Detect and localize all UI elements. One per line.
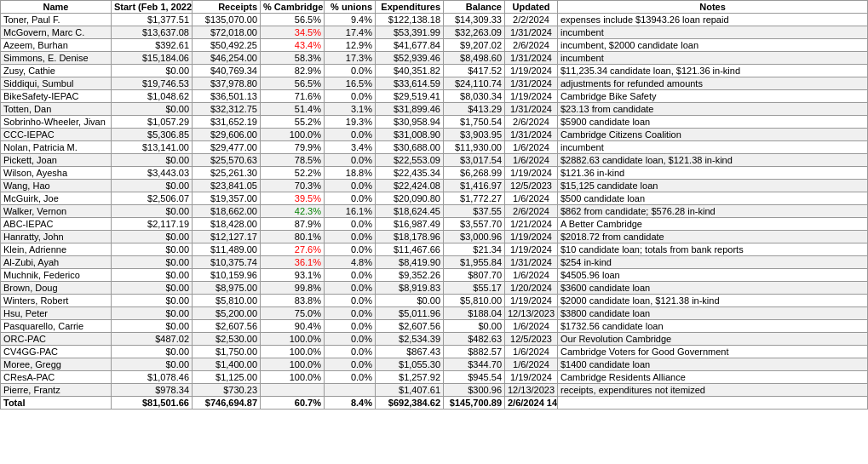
cell: 0.0% xyxy=(325,231,376,243)
cell: $1,772.27 xyxy=(444,192,505,205)
cell: $862 from candidate; $576.28 in-kind xyxy=(558,205,868,218)
header-balance: Balance xyxy=(444,1,505,14)
cell: 1/19/2024 xyxy=(505,243,558,256)
table-row: Brown, Doug$0.00$8,975.0099.8%0.0%$8,919… xyxy=(1,282,868,295)
cell: Walker, Vernon xyxy=(1,205,112,218)
cell: $16,987.49 xyxy=(376,218,444,231)
cell: $2000 candidate loan, $121.38 in-kind xyxy=(558,295,868,307)
cell: Nolan, Patricia M. xyxy=(1,141,112,154)
total-expenditures: $692,384.62 xyxy=(376,397,444,410)
cell: 0.0% xyxy=(325,346,376,358)
cell: 0.0% xyxy=(325,218,376,231)
cell: Azeem, Burhan xyxy=(1,39,112,52)
table-row: CResA-PAC$1,078.46$1,125.00100.0%0.0%$1,… xyxy=(1,371,868,384)
cell: 43.4% xyxy=(261,39,325,52)
cell: 80.1% xyxy=(261,231,325,243)
cell: $1,257.92 xyxy=(376,371,444,384)
cell: Toner, Paul F. xyxy=(1,14,112,26)
cell: 1/19/2024 xyxy=(505,295,558,307)
cell: $40,769.34 xyxy=(193,65,261,77)
cell: 78.5% xyxy=(261,154,325,167)
table-row: Totten, Dan$0.00$32,312.7551.4%3.1%$31,8… xyxy=(1,103,868,116)
cell: incumbent xyxy=(558,26,868,39)
table-row: Walker, Vernon$0.00$18,662.0042.3%16.1%$… xyxy=(1,205,868,218)
cell: 2/2/2024 xyxy=(505,14,558,26)
cell: 83.8% xyxy=(261,295,325,307)
cell: Zusy, Cathie xyxy=(1,65,112,77)
table-row: Siddiqui, Sumbul$19,746.53$37,978.8056.5… xyxy=(1,77,868,90)
cell: $1400 candidate loan xyxy=(558,358,868,371)
cell: $730.23 xyxy=(193,384,261,397)
cell: $0.00 xyxy=(112,205,193,218)
cell: 1/19/2024 xyxy=(505,65,558,77)
header-receipts: Receipts xyxy=(193,1,261,14)
header-start: Start (Feb 1, 2022) xyxy=(112,1,193,14)
cell: $807.70 xyxy=(444,269,505,282)
cell: $0.00 xyxy=(112,346,193,358)
cell: $0.00 xyxy=(112,256,193,269)
cell: 39.5% xyxy=(261,192,325,205)
header-pct-unions: % unions xyxy=(325,1,376,14)
cell: $21.34 xyxy=(444,243,505,256)
table-row: ORC-PAC$487.02$2,530.00100.0%0.0%$2,534.… xyxy=(1,333,868,346)
total-pct-cambridge: 60.7% xyxy=(261,397,325,410)
table-row: Al-Zubi, Ayah$0.00$10,375.7436.1%4.8%$8,… xyxy=(1,256,868,269)
cell: $1,125.00 xyxy=(193,371,261,384)
cell: $1,407.61 xyxy=(376,384,444,397)
cell: 0.0% xyxy=(325,129,376,141)
cell: 0.0% xyxy=(325,307,376,320)
cell: Pickett, Joan xyxy=(1,154,112,167)
cell: $978.34 xyxy=(112,384,193,397)
cell: $9,207.02 xyxy=(444,39,505,52)
cell: 27.6% xyxy=(261,243,325,256)
cell: $2882.63 candidate loan, $121.38 in-kind xyxy=(558,154,868,167)
cell: $392.61 xyxy=(112,39,193,52)
total-balance: $145,700.89 xyxy=(444,397,505,410)
cell: 58.3% xyxy=(261,52,325,65)
cell: $13,637.08 xyxy=(112,26,193,39)
cell: 100.0% xyxy=(261,371,325,384)
table-row: Pickett, Joan$0.00$25,570.6378.5%0.0%$22… xyxy=(1,154,868,167)
cell: $3,443.03 xyxy=(112,167,193,180)
table-row: Muchnik, Federico$0.00$10,159.9693.1%0.0… xyxy=(1,269,868,282)
cell: $482.63 xyxy=(444,333,505,346)
cell: $2,607.56 xyxy=(193,320,261,333)
cell: 0.0% xyxy=(325,192,376,205)
cell: 0.0% xyxy=(325,371,376,384)
cell: $0.00 xyxy=(112,154,193,167)
cell: $5,306.85 xyxy=(112,129,193,141)
table-row: Azeem, Burhan$392.61$50,492.2543.4%12.9%… xyxy=(1,39,868,52)
cell: $37,978.80 xyxy=(193,77,261,90)
cell: $13,141.00 xyxy=(112,141,193,154)
table-row: Wang, Hao$0.00$23,841.0570.3%0.0%$22,424… xyxy=(1,180,868,192)
table-row: Klein, Adrienne$0.00$11,489.0027.6%0.0%$… xyxy=(1,243,868,256)
table-row: ABC-IEPAC$2,117.19$18,428.0087.9%0.0%$16… xyxy=(1,218,868,231)
cell: $53,391.99 xyxy=(376,26,444,39)
cell: 2/6/2024 xyxy=(505,116,558,129)
cell: 1/19/2024 xyxy=(505,371,558,384)
cell: $33,614.59 xyxy=(376,77,444,90)
cell: Cambridge Bike Safety xyxy=(558,90,868,103)
cell: $29,519.41 xyxy=(376,90,444,103)
cell: 0.0% xyxy=(325,154,376,167)
cell: 2/6/2024 xyxy=(505,205,558,218)
cell: $24,110.74 xyxy=(444,77,505,90)
table-row: Winters, Robert$0.00$5,810.0083.8%0.0%$0… xyxy=(1,295,868,307)
cell: incumbent xyxy=(558,141,868,154)
cell: CResA-PAC xyxy=(1,371,112,384)
cell: $29,606.00 xyxy=(193,129,261,141)
cell: $122,138.18 xyxy=(376,14,444,26)
cell: $3,903.95 xyxy=(444,129,505,141)
cell: $0.00 xyxy=(112,282,193,295)
cell: 100.0% xyxy=(261,358,325,371)
cell: McGuirk, Joe xyxy=(1,192,112,205)
cell: 87.9% xyxy=(261,218,325,231)
cell: 3.1% xyxy=(325,103,376,116)
header-expenditures: Expenditures xyxy=(376,1,444,14)
cell: $18,624.45 xyxy=(376,205,444,218)
cell: Hanratty, John xyxy=(1,231,112,243)
cell: 1/19/2024 xyxy=(505,90,558,103)
cell: Hsu, Peter xyxy=(1,307,112,320)
table-row: Sobrinho-Wheeler, Jivan$1,057.29$31,652.… xyxy=(1,116,868,129)
cell: $188.04 xyxy=(444,307,505,320)
